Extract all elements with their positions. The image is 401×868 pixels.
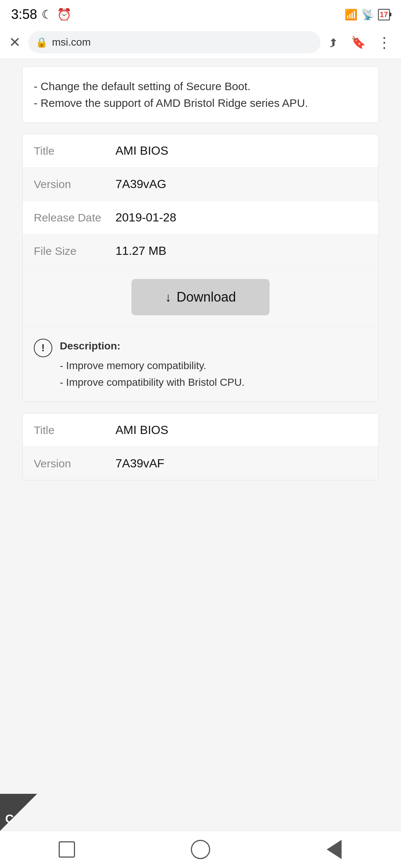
lock-icon: 🔒 (36, 37, 48, 48)
browser-toolbar: ✕ 🔒 msi.com ⮭ 🔖 ⋮ (0, 26, 401, 59)
version-row: Version 7A39vAG (23, 168, 378, 201)
close-icon[interactable]: ✕ (9, 35, 21, 49)
title-row: Title AMI BIOS (23, 134, 378, 168)
info-icon: ! (34, 339, 52, 357)
moon-icon: ☾ (42, 7, 52, 22)
file-size-label: File Size (34, 244, 115, 257)
description-line-2: - Improve compatibility with Bristol CPU… (60, 374, 245, 391)
download-button-label: Download (176, 289, 236, 305)
card2-version-label: Version (34, 457, 115, 470)
page-content: - Change the default setting of Secure B… (0, 59, 401, 831)
description-title: Description: (60, 338, 245, 355)
share-icon[interactable]: ⮭ (328, 36, 340, 49)
release-date-label: Release Date (34, 211, 115, 224)
nav-circle-icon (191, 840, 210, 859)
address-text: msi.com (52, 36, 91, 48)
title-label: Title (34, 144, 115, 157)
signal-icon: 📶 (345, 9, 358, 21)
bios-card-1: Title AMI BIOS Version 7A39vAG Release D… (22, 134, 379, 402)
description-section: ! Description: - Improve memory compatib… (23, 327, 378, 402)
battery-icon: 17 (378, 9, 390, 20)
version-label: Version (34, 177, 115, 191)
release-date-row: Release Date 2019-01-28 (23, 201, 378, 234)
top-description-card: - Change the default setting of Secure B… (22, 66, 379, 123)
alarm-icon: ⏰ (57, 7, 72, 22)
status-bar: 3:58 ☾ ⏰ 📶 📡 17 (0, 0, 401, 26)
title-value: AMI BIOS (115, 144, 168, 158)
bottom-navigation (0, 831, 401, 868)
card2-title-label: Title (34, 423, 115, 437)
nav-square-button[interactable] (56, 838, 78, 861)
release-date-value: 2019-01-28 (115, 211, 176, 224)
bios-card-2: Title AMI BIOS Version 7A39vAF (22, 413, 379, 480)
toolbar-actions: ⮭ 🔖 ⋮ (328, 34, 392, 51)
nav-back-button[interactable] (323, 838, 345, 861)
card2-title-row: Title AMI BIOS (23, 414, 378, 447)
status-time: 3:58 (11, 7, 37, 22)
version-value: 7A39vAG (115, 177, 166, 191)
card2-version-value: 7A39vAF (115, 457, 164, 470)
download-arrow-icon: ↓ (165, 290, 171, 305)
file-size-row: File Size 11.27 MB (23, 234, 378, 268)
cookie-icon: C (5, 812, 14, 826)
description-content: Description: - Improve memory compatibil… (60, 338, 245, 391)
nav-back-icon (327, 840, 342, 859)
nav-square-icon (59, 841, 75, 858)
bookmark-icon[interactable]: 🔖 (351, 35, 366, 49)
nav-home-button[interactable] (189, 838, 212, 861)
download-section: ↓ Download (23, 268, 378, 327)
card2-version-row: Version 7A39vAF (23, 447, 378, 480)
description-line-1: - Improve memory compatibility. (60, 358, 245, 374)
download-button[interactable]: ↓ Download (131, 279, 269, 315)
top-card-line2: - Remove the support of AMD Bristol Ridg… (34, 95, 367, 111)
card2-title-value: AMI BIOS (115, 423, 168, 437)
file-size-value: 11.27 MB (115, 244, 166, 258)
address-bar[interactable]: 🔒 msi.com (28, 31, 320, 53)
cookie-badge-wrapper[interactable]: C (0, 794, 37, 831)
wifi-icon: 📡 (361, 9, 374, 21)
menu-icon[interactable]: ⋮ (377, 34, 392, 51)
top-card-line1: - Change the default setting of Secure B… (34, 78, 367, 95)
